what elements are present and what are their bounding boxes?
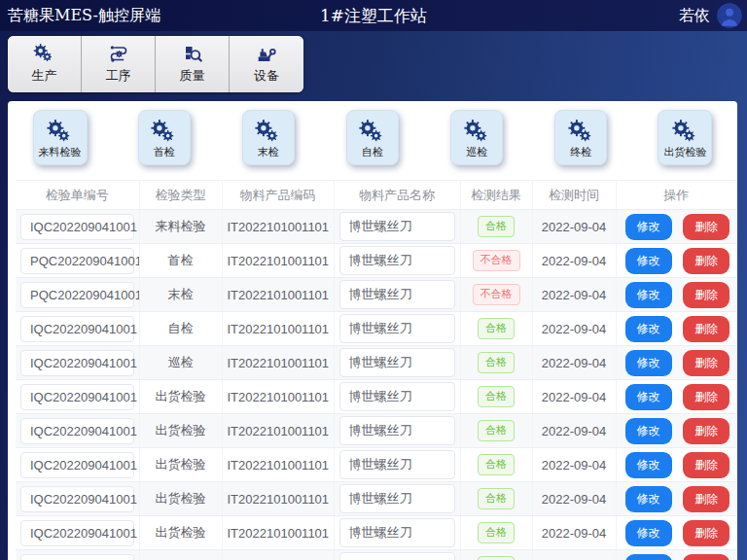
result-badge: 合格 — [478, 556, 515, 560]
inspection-no: PQC202209041001 — [20, 248, 134, 274]
inspection-type: 出货检验 — [139, 414, 222, 448]
inspection-card-label: 来料检验 — [39, 145, 82, 159]
material-code: IT2022101001101 — [222, 278, 334, 312]
inspection-card[interactable]: 自检 — [346, 110, 399, 165]
delete-button[interactable]: 删除 — [683, 214, 729, 240]
edit-button[interactable]: 修改 — [625, 282, 672, 308]
edit-button[interactable]: 修改 — [625, 316, 672, 342]
result-badge: 合格 — [478, 522, 515, 542]
material-code: IT2022101001101 — [222, 414, 334, 448]
gears-icon — [464, 120, 490, 144]
inspection-card[interactable]: 巡检 — [450, 110, 503, 165]
material-name: 博世螺丝刀 — [339, 552, 455, 560]
inspection-no: IQC202209041001 — [20, 452, 134, 478]
delete-button[interactable]: 删除 — [683, 452, 729, 478]
material-code: IT2022101001101 — [222, 516, 334, 550]
tab-label: 质量 — [180, 67, 205, 85]
inspect-date: 2022-09-04 — [532, 448, 616, 482]
inspection-card[interactable]: 终检 — [554, 110, 607, 165]
edit-button[interactable]: 修改 — [625, 520, 672, 546]
inspect-date: 2022-09-04 — [532, 380, 616, 414]
table-body: IQC202209041001 来料检验 IT2022101001101 博世螺… — [16, 210, 736, 560]
edit-button[interactable]: 修改 — [625, 350, 672, 376]
quality-search-icon — [182, 44, 203, 64]
inspection-no: IQC202209041001 — [20, 418, 134, 444]
column-header: 检验类型 — [139, 181, 222, 210]
edit-button[interactable]: 修改 — [625, 554, 672, 560]
result-badge: 合格 — [478, 216, 515, 236]
material-name: 博世螺丝刀 — [339, 416, 455, 445]
result-badge: 不合格 — [473, 250, 520, 270]
material-code: IT2022101001101 — [222, 312, 334, 346]
tab-production[interactable]: 生产 — [8, 36, 82, 92]
inspection-card[interactable]: 首检 — [138, 110, 191, 165]
inspect-date: 2022-09-04 — [532, 210, 616, 244]
edit-button[interactable]: 修改 — [625, 452, 672, 478]
inspection-card-label: 末检 — [258, 145, 279, 159]
inspection-type: 出货检验 — [139, 482, 222, 516]
user-menu[interactable]: 若依 — [679, 3, 747, 28]
edit-button[interactable]: 修改 — [625, 418, 672, 444]
delete-button[interactable]: 删除 — [683, 350, 729, 376]
inspect-date: 2022-09-04 — [532, 550, 616, 560]
avatar-icon — [717, 3, 742, 28]
delete-button[interactable]: 删除 — [683, 520, 729, 546]
result-badge: 合格 — [478, 318, 515, 338]
tab-quality[interactable]: 质量 — [156, 36, 230, 92]
result-badge: 合格 — [478, 488, 515, 508]
inspection-no: IQC202209041001 — [20, 350, 134, 376]
delete-button[interactable]: 删除 — [683, 554, 729, 560]
inspect-date: 2022-09-04 — [532, 414, 616, 448]
content-panel: 来料检验 首检 末检 自检 巡检 终检 — [8, 101, 737, 560]
gears-icon — [47, 120, 73, 144]
inspection-card[interactable]: 末检 — [242, 110, 295, 165]
delete-button[interactable]: 删除 — [683, 486, 729, 512]
delete-button[interactable]: 删除 — [683, 384, 729, 410]
table-row: IQC202209041001 自检 IT2022101001101 博世螺丝刀… — [16, 312, 736, 346]
delete-button[interactable]: 删除 — [683, 418, 729, 444]
table-row: IQC202209041001 出货检验 IT2022101001101 博世螺… — [16, 414, 736, 448]
result-badge: 合格 — [478, 454, 515, 474]
edit-button[interactable]: 修改 — [625, 214, 672, 240]
inspection-type: 出货检验 — [139, 448, 222, 482]
gears-icon — [359, 120, 385, 144]
inspection-card-label: 首检 — [154, 145, 175, 159]
table-row: IQC202209041001 出货检验 IT2022101001101 博世螺… — [16, 482, 736, 516]
edit-button[interactable]: 修改 — [625, 248, 672, 274]
edit-button[interactable]: 修改 — [625, 384, 672, 410]
result-badge: 不合格 — [473, 284, 520, 304]
table-row: IQC202209041001 出货检验 IT2022101001101 博世螺… — [16, 516, 736, 550]
tab-process[interactable]: 工序 — [82, 36, 156, 92]
inspection-card[interactable]: 出货检验 — [658, 110, 712, 165]
edit-button[interactable]: 修改 — [625, 486, 672, 512]
inspect-date: 2022-09-04 — [532, 346, 616, 380]
material-name: 博世螺丝刀 — [339, 382, 455, 411]
result-badge: 合格 — [478, 420, 515, 440]
inspection-type: 末检 — [139, 278, 222, 312]
app-title: 苦糖果MES-触控屏端 — [0, 6, 160, 26]
inspect-date: 2022-09-04 — [532, 278, 616, 312]
equipment-icon — [256, 44, 277, 64]
table-row: IQC202209041001 出货检验 IT2022101001101 博世螺… — [16, 380, 736, 414]
inspection-type: 巡检 — [139, 346, 222, 380]
material-name: 博世螺丝刀 — [339, 484, 455, 513]
inspection-type: 自检 — [139, 312, 222, 346]
inspection-type: 出货检验 — [139, 516, 222, 550]
delete-button[interactable]: 删除 — [683, 248, 729, 274]
material-code: IT2022101001101 — [222, 482, 334, 516]
inspection-no: IQC202209041001 — [20, 520, 134, 546]
inspect-date: 2022-09-04 — [532, 244, 616, 278]
column-header: 物料产品编码 — [222, 181, 334, 210]
inspection-no: IQC202209041001 — [20, 384, 134, 410]
table-row: PQC202209041001 首检 IT2022101001101 博世螺丝刀… — [16, 244, 736, 278]
delete-button[interactable]: 删除 — [683, 282, 729, 308]
table-row: IQC202209041001 出货检验 IT2022101001101 博世螺… — [16, 448, 736, 482]
inspection-card-label: 终检 — [570, 145, 591, 159]
tab-equipment[interactable]: 设备 — [230, 36, 303, 92]
material-code: IT2022101001101 — [222, 244, 334, 278]
inspection-card[interactable]: 来料检验 — [33, 110, 88, 165]
material-name: 博世螺丝刀 — [339, 450, 455, 479]
process-route-icon — [108, 44, 129, 64]
delete-button[interactable]: 删除 — [683, 316, 729, 342]
material-name: 博世螺丝刀 — [339, 212, 455, 241]
